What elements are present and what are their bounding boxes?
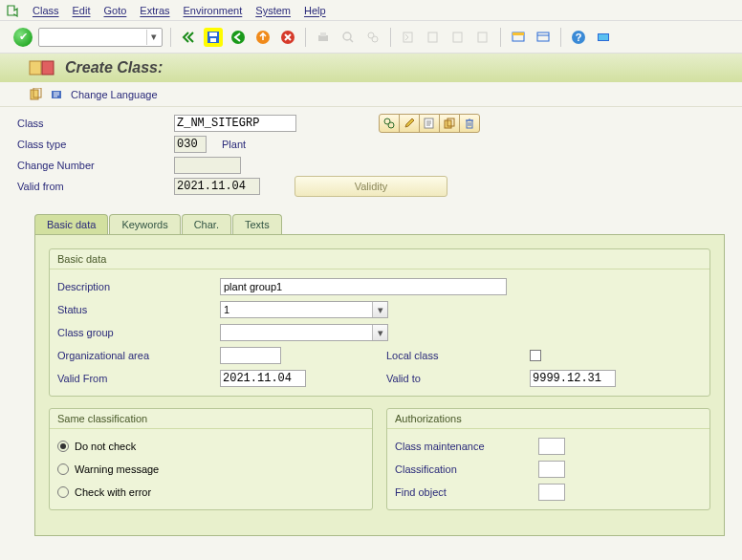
- first-page-button: [399, 28, 418, 47]
- svg-point-11: [372, 36, 378, 42]
- prev-page-button: [424, 28, 443, 47]
- local-class-label: Local class: [386, 350, 530, 361]
- menu-goto[interactable]: Goto: [103, 5, 126, 16]
- svg-text:?: ?: [576, 32, 582, 43]
- copy-icon[interactable]: [29, 88, 42, 101]
- next-page-button: [448, 28, 468, 47]
- class-group-combo[interactable]: ▾: [220, 324, 388, 341]
- page-title: Create Class:: [65, 59, 163, 76]
- radio-do-not-check[interactable]: [57, 441, 69, 452]
- change-number-input[interactable]: [174, 157, 241, 174]
- change-button[interactable]: [399, 114, 420, 133]
- svg-point-30: [388, 122, 394, 128]
- valid-from-input[interactable]: 2021.11.04: [174, 178, 260, 195]
- tab-basic-data[interactable]: Basic data: [34, 214, 108, 234]
- class-input[interactable]: Z_NM_SITEGRP: [174, 115, 296, 132]
- separator: [390, 28, 391, 47]
- group-basic-data: Basic data Description Status 1▾ Class g…: [49, 248, 710, 397]
- menu-help[interactable]: Help: [304, 5, 326, 16]
- menu-class[interactable]: Class: [33, 5, 59, 16]
- svg-point-3: [231, 31, 245, 44]
- auth-title: Authorizations: [387, 409, 709, 429]
- header-button-row: [379, 114, 480, 133]
- status-label: Status: [57, 304, 220, 315]
- auth-find-object-input[interactable]: [538, 484, 565, 501]
- tab-keywords[interactable]: Keywords: [109, 214, 180, 234]
- command-field[interactable]: ▾: [38, 28, 163, 47]
- auth-classification-input[interactable]: [538, 461, 565, 478]
- radio-warning[interactable]: [57, 463, 69, 475]
- copy-text-button[interactable]: [419, 114, 440, 133]
- group-basic-title: Basic data: [50, 249, 709, 269]
- separator: [560, 28, 561, 47]
- same-class-title: Same classification: [50, 409, 372, 429]
- title-bar: Create Class:: [0, 54, 742, 82]
- back-button-dbl[interactable]: [179, 28, 198, 47]
- chevron-down-icon[interactable]: ▾: [146, 30, 160, 45]
- svg-rect-14: [453, 32, 462, 42]
- org-area-label: Organizational area: [57, 350, 220, 361]
- svg-rect-1: [209, 32, 217, 36]
- last-page-button: [473, 28, 492, 47]
- tab-strip: Basic data Keywords Char. Texts Basic da…: [34, 214, 725, 536]
- tab-row: Basic data Keywords Char. Texts: [34, 214, 725, 234]
- delete-button[interactable]: [459, 114, 480, 133]
- exit-button[interactable]: [253, 28, 273, 47]
- sap-cmd-icon[interactable]: [6, 4, 19, 17]
- description-label: Description: [57, 281, 220, 292]
- svg-point-8: [343, 32, 351, 40]
- class-label: Class: [17, 118, 174, 129]
- tab-texts[interactable]: Texts: [232, 214, 282, 234]
- clone-button[interactable]: [439, 114, 460, 133]
- find-next-button: [363, 28, 382, 47]
- menu-system[interactable]: System: [255, 5, 291, 16]
- settings-button[interactable]: [594, 28, 613, 47]
- auth-classification-label: Classification: [395, 463, 538, 475]
- find-button: [338, 28, 358, 47]
- app-toolbar: Change Language: [0, 82, 742, 107]
- separator: [170, 28, 171, 47]
- change-language-label[interactable]: Change Language: [71, 89, 158, 100]
- enter-button[interactable]: ✔: [13, 28, 33, 47]
- auth-find-object-label: Find object: [395, 486, 538, 498]
- svg-rect-7: [320, 32, 326, 36]
- svg-rect-17: [513, 32, 524, 35]
- layout-button[interactable]: [534, 28, 553, 47]
- description-input[interactable]: [220, 278, 507, 295]
- status-combo[interactable]: 1▾: [220, 301, 388, 318]
- svg-rect-18: [537, 32, 549, 41]
- valid-from-label2: Valid From: [57, 373, 220, 384]
- back-button[interactable]: [229, 28, 248, 47]
- menu-extras[interactable]: Extras: [140, 5, 169, 16]
- valid-to-input[interactable]: 9999.12.31: [530, 370, 616, 387]
- language-icon[interactable]: [50, 88, 63, 101]
- display-button[interactable]: [379, 114, 400, 133]
- menu-environment[interactable]: Environment: [184, 5, 243, 16]
- tab-body: Basic data Description Status 1▾ Class g…: [34, 234, 725, 536]
- menu-edit[interactable]: Edit: [73, 5, 91, 16]
- validity-button[interactable]: Validity: [295, 176, 447, 197]
- system-toolbar: ✔ ▾ ?: [0, 21, 742, 54]
- cancel-button[interactable]: [278, 28, 297, 47]
- class-type-code: 030: [174, 136, 207, 153]
- change-number-label: Change Number: [17, 160, 174, 171]
- menu-bar: Class Edit Goto Extras Environment Syste…: [0, 0, 742, 21]
- svg-rect-15: [478, 32, 487, 42]
- radio-do-not-check-label: Do not check: [75, 441, 136, 452]
- help-button[interactable]: ?: [569, 28, 588, 47]
- local-class-checkbox[interactable]: [530, 350, 541, 361]
- svg-rect-34: [467, 120, 472, 128]
- separator: [500, 28, 501, 47]
- tab-char[interactable]: Char.: [182, 214, 231, 234]
- org-area-input[interactable]: [220, 347, 281, 364]
- chevron-down-icon[interactable]: ▾: [372, 325, 387, 340]
- group-same-classification: Same classification Do not check Warning…: [49, 408, 373, 510]
- valid-from-label: Valid from: [17, 181, 174, 192]
- new-session-button[interactable]: [509, 28, 528, 47]
- valid-from-input2[interactable]: 2021.11.04: [220, 370, 306, 387]
- save-button[interactable]: [204, 28, 223, 47]
- auth-class-maint-input[interactable]: [538, 438, 565, 455]
- class-type-text: Plant: [222, 139, 246, 150]
- radio-error[interactable]: [57, 486, 69, 498]
- chevron-down-icon[interactable]: ▾: [372, 302, 387, 317]
